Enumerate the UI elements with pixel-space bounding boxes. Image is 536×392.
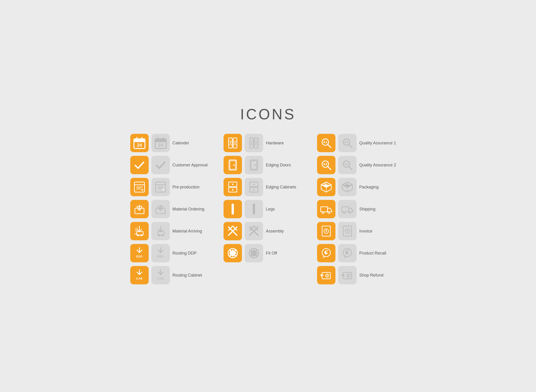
- svg-line-90: [349, 144, 352, 148]
- list-item: Hardware: [223, 132, 313, 154]
- list-item: Fit Off: [223, 242, 313, 264]
- column-middle: Hardware Edg: [223, 132, 313, 286]
- edging-doors-icon-gray: [245, 156, 263, 174]
- svg-text:A1: A1: [344, 140, 349, 144]
- shop-refund-label: Shop Refund: [359, 273, 384, 278]
- list-item: $ $ Invoice: [317, 220, 406, 242]
- assembly-icon-gray: [245, 222, 263, 240]
- packaging-icon-gray: [338, 178, 356, 196]
- hardware-label: Hardware: [266, 141, 284, 145]
- list-item: Pre-production: [130, 176, 219, 198]
- customer-approval-icon-gray: [152, 156, 170, 174]
- routing-ddp-icon-orange: DDP: [130, 244, 149, 262]
- list-item: Assembly: [223, 220, 313, 242]
- svg-point-103: [322, 212, 323, 214]
- svg-point-69: [253, 184, 255, 185]
- assembly-label: Assembly: [266, 229, 284, 234]
- material-ordering-icon-gray: [152, 200, 170, 218]
- cab-text: CAB: [136, 277, 143, 280]
- list-item: DDP DDP Routing DDP: [130, 242, 219, 264]
- assembly-icon-orange: [223, 222, 242, 240]
- material-arriving-icon-gray: [152, 222, 170, 240]
- list-item: Customer Approval: [130, 154, 219, 176]
- page-title: ICONS: [130, 106, 406, 123]
- product-recall-icon-orange: [317, 244, 335, 262]
- svg-text:A1: A1: [323, 140, 327, 144]
- edging-doors-label: Edging Doors: [266, 163, 291, 168]
- edging-doors-icon-orange: [223, 156, 242, 174]
- svg-rect-58: [230, 161, 236, 169]
- svg-point-48: [234, 142, 236, 144]
- routing-cab-icon-orange: CAB: [130, 266, 149, 284]
- svg-text:24: 24: [158, 143, 163, 148]
- hardware-icon-gray: [245, 134, 263, 152]
- list-item: Edging Doors: [223, 154, 313, 176]
- svg-text:$: $: [327, 275, 328, 277]
- list-item: Product Recall: [317, 242, 406, 264]
- svg-line-96: [349, 166, 352, 170]
- edging-cabinets-icon-gray: [245, 178, 263, 196]
- product-recall-icon-gray: [338, 244, 356, 262]
- ddp-text: DDP: [136, 255, 142, 258]
- qa1-icon-orange: A1: [317, 134, 335, 152]
- svg-text:$: $: [325, 229, 327, 233]
- icons-grid: 24 24 Calender Customer Approval: [130, 132, 406, 286]
- edging-cabinets-label: Edging Cabinets: [266, 185, 296, 190]
- material-ordering-icon-orange: [130, 200, 149, 218]
- ddp-text-gray: DDP: [157, 255, 164, 258]
- svg-point-30: [137, 234, 139, 236]
- svg-rect-105: [342, 207, 349, 212]
- list-item: Packaging: [317, 176, 406, 198]
- svg-point-66: [232, 189, 233, 191]
- svg-point-47: [230, 142, 231, 144]
- svg-point-109: [349, 212, 351, 214]
- cab-text-gray: CAB: [157, 277, 164, 280]
- svg-point-55: [251, 142, 252, 144]
- svg-text:$: $: [348, 275, 349, 277]
- list-item: Shipping: [317, 198, 406, 220]
- invoice-label: Invoice: [359, 229, 372, 234]
- list-item: Material Arriving: [130, 220, 219, 242]
- svg-point-104: [328, 212, 329, 214]
- qa1-icon-gray: A1: [338, 134, 356, 152]
- routing-ddp-label: Routing DDP: [173, 251, 197, 256]
- product-recall-label: Product Recall: [359, 251, 386, 256]
- preproduction-icon-orange: [130, 178, 149, 196]
- fit-off-icon-orange: [223, 244, 242, 262]
- svg-point-70: [253, 189, 255, 191]
- shop-refund-icon-gray: $: [338, 266, 356, 284]
- shipping-icon-orange: [317, 200, 335, 218]
- preproduction-label: Pre-production: [173, 185, 200, 190]
- svg-point-62: [254, 164, 256, 166]
- list-item: A2 A2 Quality Assurance 2: [317, 154, 406, 176]
- material-arriving-label: Material Arriving: [173, 229, 202, 234]
- invoice-icon-gray: $: [338, 222, 356, 240]
- qa2-label: Quality Assurance 2: [359, 163, 396, 168]
- svg-point-72: [231, 204, 234, 206]
- preproduction-icon-gray: [152, 178, 170, 196]
- legs-label: Legs: [266, 207, 275, 212]
- shipping-label: Shipping: [359, 207, 375, 212]
- svg-text:24: 24: [137, 143, 142, 148]
- material-arriving-icon-orange: [130, 222, 149, 240]
- svg-rect-116: [322, 272, 330, 279]
- column-left: 24 24 Calender Customer Approval: [130, 132, 219, 286]
- calender-icon-gray: 24: [152, 134, 170, 152]
- svg-point-56: [256, 142, 257, 144]
- svg-rect-61: [251, 161, 257, 169]
- svg-rect-100: [321, 207, 328, 212]
- svg-point-36: [161, 234, 163, 236]
- customer-approval-icon-orange: [130, 156, 149, 174]
- page-container: ICONS 24 24 Calender: [130, 106, 406, 286]
- svg-point-108: [343, 212, 345, 214]
- list-item: A1 A1 Quality Assurance 1: [317, 132, 406, 154]
- packaging-icon-orange: [317, 178, 335, 196]
- svg-point-31: [140, 234, 142, 236]
- svg-text:A2: A2: [344, 162, 349, 166]
- list-item: Material Ordering: [130, 198, 219, 220]
- shop-refund-icon-orange: $: [317, 266, 335, 284]
- list-item: CAB CAB Routing Cabinet: [130, 264, 219, 286]
- material-ordering-label: Material Ordering: [173, 207, 204, 212]
- svg-point-59: [233, 164, 235, 166]
- edging-cabinets-icon-orange: [223, 178, 242, 196]
